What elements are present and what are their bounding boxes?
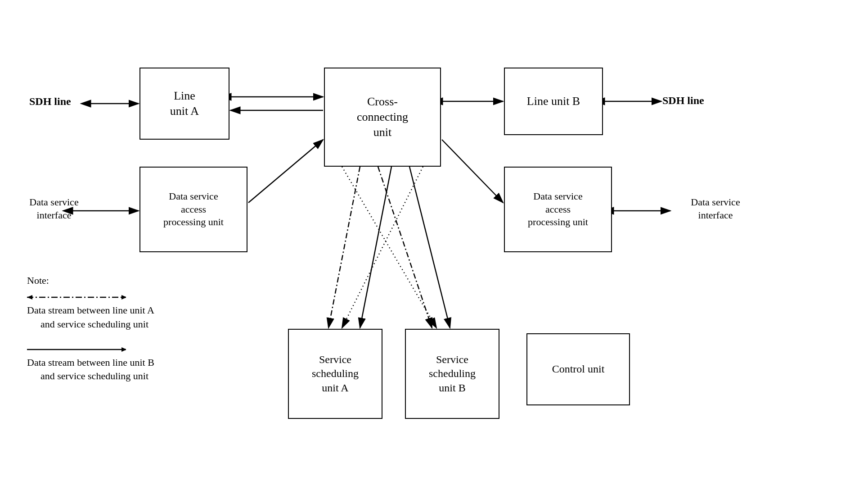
cross-connecting-box: Cross-connectingunit — [324, 68, 441, 167]
sdh-line-right-label: SDH line — [662, 94, 704, 108]
note-section: Note: Data stream between line unit A an… — [27, 275, 154, 391]
sdh-line-left-label: SDH line — [29, 95, 71, 109]
line-unit-a-label: Lineunit A — [170, 88, 199, 119]
legend-b-label: Data stream between line unit B and serv… — [27, 356, 154, 384]
svg-marker-21 — [27, 295, 32, 300]
diagram-container: Lineunit A Cross-connectingunit Line uni… — [0, 0, 868, 495]
data-service-interface-left-label: Data serviceinterface — [18, 196, 90, 222]
svg-line-15 — [360, 167, 391, 328]
cross-connecting-label: Cross-connectingunit — [357, 94, 408, 140]
svg-line-13 — [328, 167, 360, 328]
svg-line-16 — [409, 167, 450, 328]
legend-item-a: Data stream between line unit A and serv… — [27, 293, 154, 332]
svg-marker-23 — [121, 347, 126, 352]
data-service-access-b-label: Data serviceaccessprocessing unit — [528, 190, 588, 229]
service-scheduling-a-label: Serviceschedulingunit A — [312, 353, 359, 395]
control-unit-label: Control unit — [552, 362, 605, 376]
data-service-access-a-box: Data serviceaccessprocessing unit — [139, 167, 247, 252]
legend-a-label: Data stream between line unit A and serv… — [27, 304, 154, 332]
svg-line-18 — [342, 167, 423, 328]
service-scheduling-b-box: Serviceschedulingunit B — [405, 329, 499, 419]
note-title: Note: — [27, 275, 154, 286]
legend-item-b: Data stream between line unit B and serv… — [27, 345, 154, 384]
data-service-access-b-box: Data serviceaccessprocessing unit — [504, 167, 612, 252]
svg-marker-20 — [121, 295, 126, 300]
line-unit-a-box: Lineunit A — [139, 68, 229, 140]
svg-line-17 — [342, 167, 436, 328]
service-scheduling-a-box: Serviceschedulingunit A — [288, 329, 382, 419]
svg-line-12 — [442, 140, 503, 203]
control-unit-box: Control unit — [526, 333, 630, 405]
line-unit-b-label: Line unit B — [527, 94, 580, 109]
service-scheduling-b-label: Serviceschedulingunit B — [429, 353, 476, 395]
svg-line-10 — [248, 140, 323, 203]
data-service-access-a-label: Data serviceaccessprocessing unit — [163, 190, 224, 229]
data-service-interface-right-label: Data serviceinterface — [675, 196, 756, 222]
svg-line-14 — [378, 167, 432, 328]
line-unit-b-box: Line unit B — [504, 68, 603, 135]
